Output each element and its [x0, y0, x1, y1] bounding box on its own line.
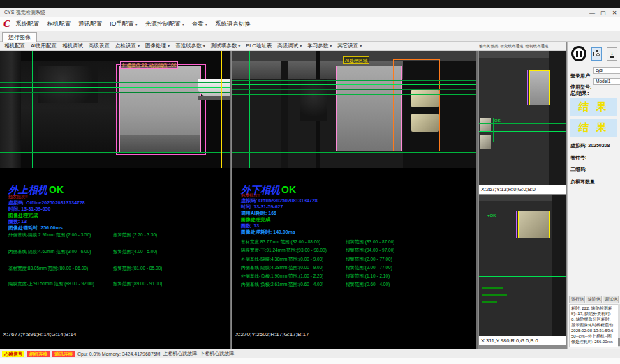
- maximize-button[interactable]: ▢: [598, 10, 609, 16]
- alarm-range: 报警范围:(89.00 - 91.00): [113, 281, 162, 287]
- alarm-range: 报警范围:(4.00 - 5.00): [113, 249, 157, 255]
- defect-thumbnail: [480, 118, 491, 132]
- measurement-row: 内侧基线-隔膜:4.60mm 范围:(3.00 - 6.00)报警范围:(4.0…: [0, 249, 230, 256]
- gripper-shadow: [198, 96, 231, 100]
- preview-view-2[interactable]: +OK: [479, 195, 566, 336]
- tool-spotcheck-settings[interactable]: 点检设置: [115, 43, 140, 50]
- elapsed-line: 图像处理耗时: 140.00ms: [241, 229, 295, 236]
- detection-box-pink: [116, 64, 206, 155]
- camera-icon: [593, 52, 600, 56]
- preview-view-1[interactable]: OK: [479, 51, 566, 185]
- elapsed-line: 图像处理耗时: 256.00ms: [8, 225, 63, 232]
- pause-icon: [580, 51, 582, 57]
- result-box-1: 结 果: [570, 98, 617, 116]
- right-sidebar: ↓ 登录用户: cys 使用型号: Model1 总结果: 结 果 结 果 虚拟…: [567, 42, 620, 349]
- result-box-2: 结 果: [570, 119, 617, 137]
- measurement-value: 基材宽度:83.05mm 范围:(80.00 - 86.00): [8, 266, 88, 272]
- log-text-mark: [482, 294, 507, 296]
- tool-baseline-params[interactable]: 基准线参数: [175, 43, 205, 50]
- log-tab-run[interactable]: 运行信息: [569, 296, 585, 303]
- preview-header-label-2[interactable]: 研究线布通道: [501, 44, 524, 49]
- guide-line-horizontal: [479, 123, 566, 124]
- preview-header-label-3[interactable]: 绘制线布通道: [526, 44, 549, 49]
- alarm-range: 报警范围:(94.00 - 97.00): [346, 248, 394, 254]
- result-ok-badge: OK: [281, 184, 296, 195]
- menu-light-config[interactable]: 光源控制配置: [145, 20, 184, 29]
- measurement-value: 外侧基线-负极:1.90mm 范围:(1.00 - 2.20): [241, 273, 323, 280]
- upper-camera-heartbeat-status: 上相机心跳故障: [163, 350, 197, 357]
- guide-line-vertical: [32, 51, 33, 168]
- pin-number-label: 卷针号:: [570, 154, 586, 161]
- log-tab-debug[interactable]: 调试信息: [603, 296, 619, 303]
- save-image-button[interactable]: ↓: [607, 47, 617, 61]
- measurement-value: 外侧基线-隔膜:4.38mm 范围:(0.00 - 9.00): [241, 257, 323, 263]
- tool-camera-config[interactable]: 相机配置: [4, 43, 25, 50]
- cpu-memory-status: Cpu: 0.0% Memory: 3424.41796875M: [78, 351, 160, 356]
- snapshot-button[interactable]: [591, 47, 602, 61]
- guide-line-horizontal: [0, 87, 231, 88]
- tool-plc-address[interactable]: PLC地址表: [246, 43, 272, 50]
- guide-line-horizontal: [232, 94, 478, 95]
- tool-camera-debug[interactable]: 相机调试: [62, 43, 83, 50]
- pause-button[interactable]: [571, 46, 586, 61]
- log-tab-defect[interactable]: 缺陷信息: [586, 296, 602, 303]
- camera-view-lower[interactable]: AI处理区域 外下相机OK 触发批次!! 虚拟码: Offline2025020…: [232, 51, 478, 349]
- tool-ai-config[interactable]: AI使用配置: [31, 43, 57, 50]
- total-result-label: 总结果:: [570, 89, 589, 97]
- tool-advanced-debug[interactable]: 高级调试: [277, 43, 302, 50]
- guide-line-horizontal: [232, 80, 478, 81]
- app-window: CYS-视觉检测系统 — ▢ ✕ C 系统配置 相机配置 通讯配置 IO手配置 …: [0, 0, 620, 364]
- tool-test-params[interactable]: 测试项参数: [211, 43, 241, 50]
- user-input[interactable]: cys: [593, 67, 620, 74]
- measurement-value: 内侧基线-隔膜:4.38mm 范围:(0.00 - 9.00): [241, 265, 323, 271]
- log-output: 耗时: 222, 缺陷检测耗时: 17, 缺陷分类耗时: 0, 缺陷提取分区耗时…: [569, 304, 619, 347]
- reference-line-yellow: [221, 51, 222, 168]
- log-tabs: 运行信息 缺陷信息 调试信息: [569, 296, 619, 303]
- preview2-coordinates: X:311;Y:980;R:0;G:0;B:0: [479, 336, 566, 345]
- measurement-row: 内侧基线-隔膜:4.38mm 范围:(0.00 - 9.00)报警范围:(2.0…: [232, 265, 476, 272]
- alarm-range: 报警范围:(81.00 - 85.00): [113, 266, 162, 272]
- menu-system-config[interactable]: 系统配置: [15, 20, 39, 29]
- alarm-range: 报警范围:(83.00 - 87.00): [346, 239, 394, 245]
- measurement-row: 外侧基线-隔膜:2.91mm 范围:(2.00 - 3.50)报警范围:(2.2…: [0, 232, 230, 239]
- guide-line-horizontal: [479, 276, 566, 277]
- download-icon: ↓: [610, 50, 614, 58]
- pause-icon: [576, 51, 578, 57]
- preview-ok-text: +OK: [487, 213, 496, 218]
- menu-camera-config[interactable]: 相机配置: [47, 20, 71, 29]
- tool-advanced-settings[interactable]: 高级设置: [89, 43, 110, 50]
- guide-line-vertical: [489, 262, 489, 283]
- guide-line-horizontal: [479, 268, 566, 268]
- measurement-row: 隔膜宽度-上:90.56mm 范围:(88.00 - 92.00)报警范围:(8…: [0, 281, 230, 288]
- tool-other-settings[interactable]: 其它设置: [337, 43, 362, 50]
- model-input[interactable]: Model1: [593, 78, 620, 85]
- measurement-value: 外侧基线-隔膜:2.91mm 范围:(2.00 - 3.50): [8, 232, 91, 238]
- defect-thumbnail: [480, 135, 491, 149]
- menu-bar: C 系统配置 相机配置 通讯配置 IO手配置 光源控制配置 查看 系统语言切换: [0, 17, 620, 31]
- menu-language-switch[interactable]: 系统语言切换: [215, 20, 251, 29]
- virtual-code-row: 虚拟码: 20250208: [570, 142, 610, 149]
- minimize-button[interactable]: —: [586, 10, 598, 16]
- preview-ok-text: OK: [494, 119, 501, 123]
- dark-column: [552, 195, 566, 336]
- close-button[interactable]: ✕: [609, 10, 620, 16]
- lower-camera-heartbeat-status: 下相机心跳故障: [200, 350, 234, 357]
- tab-run-image[interactable]: 运行图像: [2, 32, 37, 42]
- measurement-row: 基材宽度:83.05mm 范围:(80.00 - 86.00)报警范围:(81.…: [0, 266, 230, 273]
- camera-view-upper[interactable]: 纠偏阈值:93, 动态阈值:100 外上相机OK 触发批次!! 虚拟码: Off…: [0, 51, 231, 349]
- menu-comm-config[interactable]: 通讯配置: [78, 20, 102, 29]
- window-title: CYS-视觉检测系统: [4, 9, 586, 16]
- preview-header-label-1[interactable]: 输出其他类: [479, 44, 499, 49]
- qr-code-label: 二维码:: [570, 166, 586, 173]
- tool-learning-params[interactable]: 学习参数: [307, 43, 332, 50]
- menu-view[interactable]: 查看: [192, 20, 207, 29]
- camera-image-lower: AI处理区域: [232, 51, 478, 168]
- alarm-range: 报警范围:(0.60 - 4.00): [346, 282, 390, 288]
- status-bar: 心跳信号 相机连接 通讯连接 Cpu: 0.0% Memory: 3424.41…: [0, 349, 620, 358]
- screen-top-strip: [0, 0, 620, 8]
- tool-image-processing[interactable]: 图像处理: [145, 43, 170, 50]
- menu-io-config[interactable]: IO手配置: [110, 20, 138, 29]
- cursor-coordinates: X:270;Y:2502;R:17;G:17;B:17: [235, 331, 309, 338]
- alarm-range: 报警范围:(2.00 - 77.00): [346, 257, 392, 263]
- title-bar: CYS-视觉检测系统 — ▢ ✕: [0, 8, 620, 17]
